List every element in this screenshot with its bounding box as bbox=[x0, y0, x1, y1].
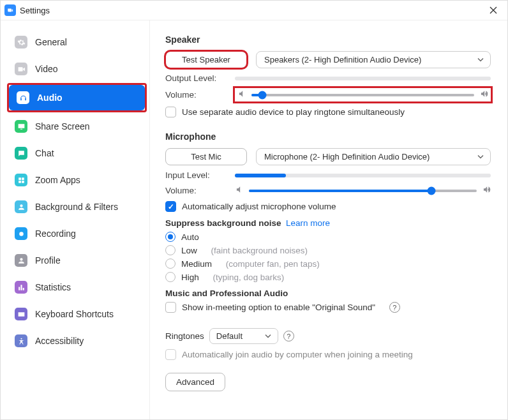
close-icon bbox=[489, 6, 497, 14]
sidebar-item-label: Recording bbox=[35, 229, 76, 239]
user-filter-icon bbox=[15, 200, 27, 213]
help-icon[interactable]: ? bbox=[283, 331, 294, 341]
sidebar-item-label: Statistics bbox=[35, 282, 71, 292]
noise-option-high[interactable]: High (typing, dog barks) bbox=[165, 272, 491, 282]
sidebar-item-share-screen[interactable]: Share Screen bbox=[7, 114, 147, 139]
music-heading: Music and Professional Audio bbox=[165, 289, 491, 298]
share-screen-icon bbox=[15, 120, 27, 133]
headphones-icon bbox=[17, 91, 29, 104]
auto-adjust-mic-checkbox[interactable] bbox=[165, 201, 176, 212]
noise-option-auto[interactable]: Auto bbox=[165, 232, 491, 242]
original-sound-checkbox[interactable] bbox=[165, 302, 176, 313]
sidebar-item-video[interactable]: Video bbox=[7, 56, 147, 82]
sidebar: General Video Audio Share Screen Chat bbox=[1, 20, 150, 419]
separate-ringtone-label: Use separate audio device to play ringto… bbox=[182, 107, 405, 117]
app-icon bbox=[4, 4, 16, 16]
sidebar-item-label: Share Screen bbox=[35, 121, 90, 131]
speaker-volume-label: Volume: bbox=[165, 90, 226, 100]
sidebar-item-audio[interactable]: Audio bbox=[9, 85, 145, 110]
radio-icon bbox=[165, 232, 176, 242]
sidebar-item-zoom-apps[interactable]: Zoom Apps bbox=[7, 167, 147, 193]
chat-icon bbox=[15, 147, 27, 160]
window-title: Settings bbox=[20, 6, 50, 15]
content-panel: Speaker Test Speaker Speakers (2- High D… bbox=[150, 20, 507, 419]
noise-option-hint: (faint background noises) bbox=[211, 246, 308, 255]
sidebar-item-label: Zoom Apps bbox=[35, 175, 80, 185]
chevron-down-icon bbox=[265, 331, 271, 341]
radio-icon bbox=[165, 259, 176, 269]
test-speaker-button[interactable]: Test Speaker bbox=[165, 51, 247, 68]
apps-icon bbox=[15, 174, 27, 186]
volume-low-icon bbox=[235, 185, 244, 196]
sidebar-item-general[interactable]: General bbox=[7, 29, 147, 55]
sidebar-item-label: Accessibility bbox=[35, 336, 84, 346]
advanced-button[interactable]: Advanced bbox=[165, 373, 225, 391]
radio-icon bbox=[165, 272, 176, 282]
noise-option-hint: (computer fan, pen taps) bbox=[226, 259, 320, 269]
sidebar-item-label: Chat bbox=[35, 148, 54, 158]
noise-option-label: Medium bbox=[181, 259, 212, 269]
input-level-label: Input Level: bbox=[165, 170, 226, 180]
noise-heading: Suppress background noise bbox=[165, 218, 281, 228]
gear-icon bbox=[15, 36, 27, 49]
speaker-volume-slider[interactable] bbox=[235, 88, 491, 101]
noise-option-hint: (typing, dog barks) bbox=[213, 273, 285, 282]
separate-ringtone-checkbox[interactable] bbox=[165, 107, 176, 117]
video-icon bbox=[15, 63, 27, 75]
sidebar-item-profile[interactable]: Profile bbox=[7, 248, 147, 273]
sidebar-item-statistics[interactable]: Statistics bbox=[7, 274, 147, 300]
noise-option-medium[interactable]: Medium (computer fan, pen taps) bbox=[165, 259, 491, 269]
sidebar-item-label: Keyboard Shortcuts bbox=[35, 309, 114, 319]
stats-icon bbox=[15, 281, 27, 294]
sidebar-item-chat[interactable]: Chat bbox=[7, 140, 147, 166]
mic-device-value: Microphone (2- High Definition Audio Dev… bbox=[264, 152, 430, 161]
ringtones-label: Ringtones bbox=[165, 331, 204, 341]
ringtone-value: Default bbox=[216, 331, 243, 341]
ringtone-select[interactable]: Default bbox=[209, 328, 278, 344]
sidebar-item-accessibility[interactable]: Accessibility bbox=[7, 328, 147, 354]
speaker-output-level bbox=[235, 77, 491, 80]
svg-point-0 bbox=[19, 232, 24, 236]
speaker-device-value: Speakers (2- High Definition Audio Devic… bbox=[264, 55, 421, 64]
help-icon[interactable]: ? bbox=[389, 302, 400, 313]
auto-adjust-mic-label: Automatically adjust microphone volume bbox=[182, 202, 336, 211]
sidebar-item-keyboard[interactable]: Keyboard Shortcuts bbox=[7, 301, 147, 327]
record-icon bbox=[15, 227, 27, 240]
mic-volume-slider[interactable] bbox=[235, 185, 491, 196]
microphone-heading: Microphone bbox=[165, 131, 491, 142]
noise-option-label: High bbox=[181, 273, 199, 282]
chevron-down-icon bbox=[477, 152, 484, 161]
speaker-device-select[interactable]: Speakers (2- High Definition Audio Devic… bbox=[256, 51, 491, 68]
radio-icon bbox=[165, 245, 176, 255]
keyboard-icon bbox=[15, 308, 27, 320]
noise-option-label: Auto bbox=[181, 232, 199, 242]
sidebar-item-label: Profile bbox=[35, 255, 61, 266]
mic-device-select[interactable]: Microphone (2- High Definition Audio Dev… bbox=[256, 148, 491, 165]
volume-high-icon bbox=[482, 185, 491, 196]
sidebar-item-background[interactable]: Background & Filters bbox=[7, 194, 147, 220]
noise-option-low[interactable]: Low (faint background noises) bbox=[165, 245, 491, 255]
mic-volume-label: Volume: bbox=[165, 186, 226, 195]
svg-point-1 bbox=[20, 338, 22, 339]
speaker-heading: Speaker bbox=[165, 34, 491, 45]
output-level-label: Output Level: bbox=[165, 73, 226, 83]
auto-join-audio-label: Automatically join audio by computer whe… bbox=[182, 350, 413, 359]
sidebar-item-label: General bbox=[35, 37, 67, 47]
noise-option-label: Low bbox=[181, 246, 197, 255]
accessibility-icon bbox=[15, 334, 27, 347]
titlebar: Settings bbox=[1, 1, 507, 20]
original-sound-label: Show in-meeting option to enable "Origin… bbox=[182, 303, 375, 312]
sidebar-item-label: Video bbox=[35, 64, 58, 74]
sidebar-item-recording[interactable]: Recording bbox=[7, 221, 147, 246]
chevron-down-icon bbox=[477, 55, 484, 64]
mic-input-level bbox=[235, 174, 491, 177]
volume-high-icon bbox=[479, 89, 488, 100]
volume-low-icon bbox=[237, 89, 246, 100]
sidebar-item-label: Audio bbox=[37, 93, 63, 103]
sidebar-item-label: Background & Filters bbox=[35, 202, 118, 212]
auto-join-audio-checkbox[interactable] bbox=[165, 349, 176, 360]
close-button[interactable] bbox=[484, 3, 502, 17]
test-mic-button[interactable]: Test Mic bbox=[165, 148, 247, 165]
profile-icon bbox=[15, 254, 27, 267]
learn-more-link[interactable]: Learn more bbox=[286, 218, 330, 228]
